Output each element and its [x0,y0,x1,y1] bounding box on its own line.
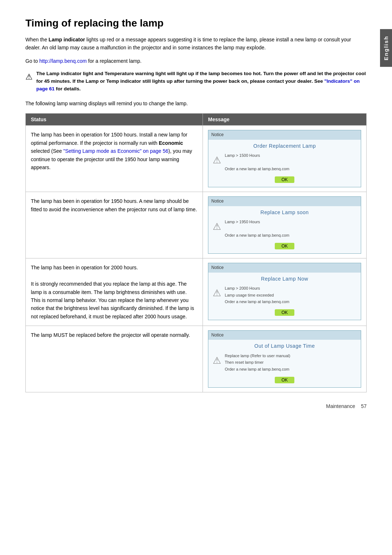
page: English Timing of replacing the lamp Whe… [0,0,392,431]
warning-box: ⚠ The Lamp indicator light and Temperatu… [25,70,367,93]
dialog-warning-icon-1: ⚠ [213,153,221,168]
status-cell-1: The lamp has been in operation for 1500 … [26,126,203,192]
notice-header-4: Notice [208,331,361,340]
page-title: Timing of replacing the lamp [25,17,367,29]
dialog-ok-3: OK [208,308,361,316]
table-row: The lamp MUST be replaced before the pro… [26,326,367,392]
dialog-line-4-3: Order a new lamp at lamp.benq.com [225,366,290,373]
ok-button-3[interactable]: OK [275,309,294,316]
side-tab: English [380,29,392,67]
lamp-link-paragraph: Go to http://lamp.benq.com for a replace… [25,57,367,65]
notice-header-1: Notice [208,130,361,139]
status-text-2: The lamp has been in operation for 1950 … [31,198,197,212]
ok-button-2[interactable]: OK [275,243,294,249]
ok-button-1[interactable]: OK [275,176,294,183]
notice-dialog-1: Notice Order Replacement Lamp ⚠ Lamp > 1… [208,130,361,187]
indicators-link[interactable]: "Indicators" on page 61 [36,78,360,91]
message-cell-2: Notice Replace Lamp soon ⚠ Lamp > 1950 H… [203,192,367,258]
lamp-indicator-bold: Lamp indicator [49,37,85,42]
dialog-row-2: ⚠ Lamp > 1950 Hours Order a new lamp at … [213,219,356,239]
dialog-warning-icon-4: ⚠ [213,353,221,368]
message-cell-1: Notice Order Replacement Lamp ⚠ Lamp > 1… [203,126,367,192]
dialog-row-4: ⚠ Replace lamp (Refer to user manual) Th… [213,352,356,373]
dialog-line-3-2: Lamp usage time exceeded [225,292,289,299]
dialog-content-3: ⚠ Lamp > 2000 Hours Lamp usage time exce… [208,285,361,305]
dialog-line-4-1: Replace lamp (Refer to user manual) [225,352,290,359]
warning-icon: ⚠ [25,71,33,83]
dialog-row-1: ⚠ Lamp > 1500 Hours Order a new lamp at … [213,152,356,172]
table-row: The lamp has been in operation for 1950 … [26,192,367,258]
status-text-3a: The lamp has been in operation for 2000 … [31,264,197,272]
table-row: The lamp has been in operation for 2000 … [26,258,367,326]
footer: Maintenance 57 [25,403,367,409]
dialog-ok-2: OK [208,242,361,250]
table-header-message: Message [203,114,367,126]
dialog-content-2: ⚠ Lamp > 1950 Hours Order a new lamp at … [208,219,361,239]
table-row: The lamp has been in operation for 1500 … [26,126,367,192]
dialog-line-1-2 [225,159,289,166]
notice-dialog-2: Notice Replace Lamp soon ⚠ Lamp > 1950 H… [208,196,361,254]
status-cell-3: The lamp has been in operation for 2000 … [26,258,203,326]
message-cell-3: Notice Replace Lamp Now ⚠ Lamp > 2000 Ho… [203,258,367,326]
following-text: The following lamp warning displays will… [25,99,367,107]
dialog-line-2-2 [225,225,289,232]
dialog-line-3-1: Lamp > 2000 Hours [225,285,289,292]
dialog-line-2-3: Order a new lamp at lamp.benq.com [225,232,289,239]
dialog-lines-2: Lamp > 1950 Hours Order a new lamp at la… [225,219,289,239]
dialog-warning-icon-2: ⚠ [213,219,221,234]
notice-header-3: Notice [208,263,361,272]
status-text-4: The lamp MUST be replaced before the pro… [31,332,190,338]
table-header-status: Status [26,114,203,126]
lamp-link[interactable]: http://lamp.benq.com [39,58,87,64]
dialog-ok-1: OK [208,175,361,183]
intro-paragraph: When the Lamp indicator lights up red or… [25,36,367,52]
dialog-line-3-3: Order a new lamp at lamp.benq.com [225,298,289,305]
message-cell-4: Notice Out of Lamp Usage Time ⚠ Replace … [203,326,367,392]
lamp-link-prefix: Go to [25,58,39,64]
dialog-title-4: Out of Lamp Usage Time [208,342,361,350]
status-cell-4: The lamp MUST be replaced before the pro… [26,326,203,392]
warning-text: The Lamp indicator light and Temperature… [36,70,367,93]
dialog-ok-4: OK [208,376,361,384]
lamp-warning-table: Status Message The lamp has been in oper… [25,113,367,392]
notice-dialog-4: Notice Out of Lamp Usage Time ⚠ Replace … [208,330,361,388]
notice-dialog-3: Notice Replace Lamp Now ⚠ Lamp > 2000 Ho… [208,263,361,320]
status-cell-2: The lamp has been in operation for 1950 … [26,192,203,258]
dialog-warning-icon-3: ⚠ [213,286,221,301]
lamp-link-suffix: for a replacement lamp. [87,58,142,64]
dialog-title-1: Order Replacement Lamp [208,142,361,150]
footer-page-number: 57 [361,403,367,409]
dialog-line-1-1: Lamp > 1500 Hours [225,152,289,159]
dialog-content-1: ⚠ Lamp > 1500 Hours Order a new lamp at … [208,152,361,172]
footer-section-label: Maintenance [326,403,355,409]
status-text-1a: The lamp has been in operation for 1500 … [31,132,192,170]
dialog-title-3: Replace Lamp Now [208,275,361,283]
dialog-content-4: ⚠ Replace lamp (Refer to user manual) Th… [208,352,361,373]
setting-lamp-link[interactable]: "Setting Lamp mode as Economic" on page … [64,148,168,154]
dialog-line-4-2: Then reset lamp timer [225,359,290,366]
dialog-title-2: Replace Lamp soon [208,208,361,216]
ok-button-4[interactable]: OK [275,377,294,383]
dialog-line-2-1: Lamp > 1950 Hours [225,219,289,225]
dialog-line-1-3: Order a new lamp at lamp.benq.com [225,166,289,172]
dialog-lines-4: Replace lamp (Refer to user manual) Then… [225,352,290,373]
notice-header-2: Notice [208,197,361,206]
dialog-lines-3: Lamp > 2000 Hours Lamp usage time exceed… [225,285,289,305]
dialog-row-3: ⚠ Lamp > 2000 Hours Lamp usage time exce… [213,285,356,305]
dialog-lines-1: Lamp > 1500 Hours Order a new lamp at la… [225,152,289,172]
status-text-3b: It is strongly recommended that you repl… [31,280,197,321]
